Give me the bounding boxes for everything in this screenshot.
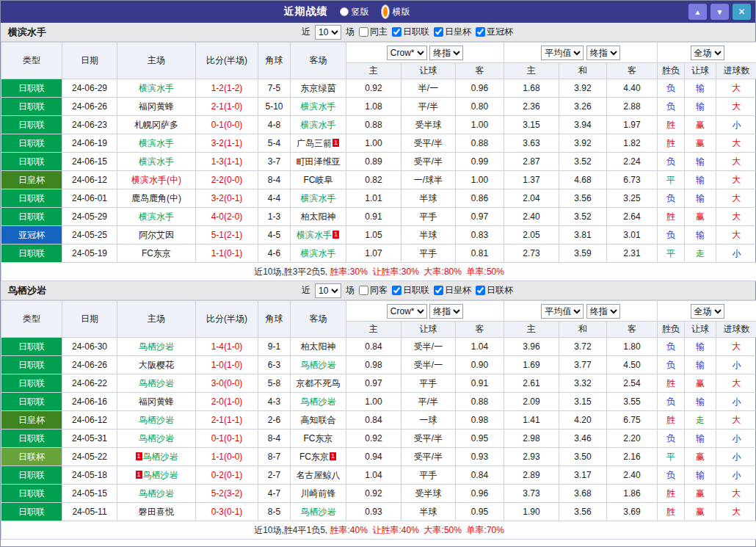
team-link[interactable]: 横滨水手 — [301, 193, 336, 203]
score-cell[interactable]: 3-0(0-0) — [196, 374, 258, 393]
league-filter-checkbox[interactable] — [392, 27, 401, 37]
team-link[interactable]: 东京绿茵 — [301, 83, 336, 93]
score-cell[interactable]: 0-1(0-0) — [196, 116, 258, 134]
europe-stage-select[interactable]: 终指 — [586, 304, 620, 319]
team-link[interactable]: 福冈黄蜂 — [139, 101, 174, 112]
odds-stage-select[interactable]: 终指 — [429, 46, 463, 60]
europe-stage-select[interactable]: 终指 — [586, 46, 620, 60]
scope-select[interactable]: 全场 — [691, 46, 724, 60]
team-link[interactable]: 鸟栖沙岩 — [139, 378, 174, 388]
odds-company-select[interactable]: Crow* — [387, 46, 427, 60]
odds-company-select[interactable]: Crow* — [387, 304, 427, 319]
score-cell[interactable]: 5-2(3-2) — [196, 485, 258, 503]
result-cell: 负 — [658, 226, 685, 244]
score-cell[interactable]: 2-1(1-0) — [196, 98, 258, 116]
scroll-up-button[interactable]: ▲ — [688, 4, 707, 20]
team-link[interactable]: 横滨水手(中) — [131, 175, 181, 185]
team-link[interactable]: FC东京 — [304, 433, 333, 443]
team-link[interactable]: 鸟栖沙岩 — [139, 433, 174, 443]
league-filter-checkbox[interactable] — [476, 27, 485, 37]
score-cell[interactable]: 1-3(1-1) — [196, 153, 258, 171]
league-filter-日联杯[interactable]: 日联杯 — [476, 284, 513, 297]
team-link[interactable]: 京都不死鸟 — [297, 378, 341, 388]
score-cell[interactable]: 1-1(0-1) — [196, 244, 258, 263]
team-link[interactable]: 磐田喜悦 — [139, 507, 174, 517]
score-cell[interactable]: 3-2(1-1) — [196, 134, 258, 153]
avg-draw-cell: 3.26 — [559, 98, 607, 116]
team-link[interactable]: 名古屋鲸八 — [297, 470, 341, 480]
score-cell[interactable]: 2-2(0-0) — [196, 171, 258, 189]
team-link[interactable]: 川崎前锋 — [301, 488, 336, 499]
odds-stage-select[interactable]: 终指 — [429, 304, 463, 319]
match-count-select[interactable]: 10 — [315, 25, 341, 40]
team-link[interactable]: 横滨水手 — [301, 101, 336, 112]
match-count-select[interactable]: 10 — [315, 283, 341, 298]
team-link[interactable]: FC东京 — [142, 248, 171, 258]
score-cell[interactable]: 4-0(2-0) — [196, 208, 258, 226]
score-cell[interactable]: 1-1(0-0) — [196, 448, 258, 466]
score-cell[interactable]: 3-2(0-1) — [196, 189, 258, 208]
league-filter-亚冠杯[interactable]: 亚冠杯 — [476, 26, 513, 38]
league-filter-checkbox[interactable] — [434, 286, 443, 295]
team-link[interactable]: FC岐阜 — [304, 175, 333, 185]
team-link[interactable]: 鸟栖沙岩 — [301, 507, 336, 517]
same-venue-filter[interactable]: 同客 — [359, 284, 388, 297]
odds-home-cell: 0.82 — [346, 171, 401, 189]
scope-select[interactable]: 全场 — [691, 304, 724, 319]
team-link[interactable]: 横滨水手 — [301, 120, 336, 130]
score-cell[interactable]: 2-1(1-1) — [196, 411, 258, 430]
league-filter-日皇杯[interactable]: 日皇杯 — [434, 26, 471, 38]
close-button[interactable]: ✕ — [733, 4, 751, 20]
team-link[interactable]: 鸟栖沙岩 — [139, 341, 174, 352]
league-filter-checkbox[interactable] — [392, 286, 401, 295]
team-link[interactable]: 札幌冈萨多 — [134, 120, 178, 130]
score-cell[interactable]: 1-2(1-2) — [196, 79, 258, 98]
team-link[interactable]: 鸟栖沙岩 — [143, 452, 178, 462]
league-filter-日职联[interactable]: 日职联 — [392, 26, 429, 38]
team-link[interactable]: 大阪樱花 — [139, 360, 174, 370]
league-filter-checkbox[interactable] — [476, 286, 485, 295]
team-link[interactable]: 町田泽维亚 — [297, 156, 341, 167]
score-cell[interactable]: 0-3(0-1) — [196, 503, 258, 521]
league-filter-checkbox[interactable] — [434, 27, 443, 37]
team-link[interactable]: FC东京 — [299, 452, 329, 462]
team-link[interactable]: 横滨水手 — [139, 156, 174, 167]
team-link[interactable]: 广岛三箭 — [297, 138, 332, 148]
score-cell[interactable]: 1-4(1-0) — [196, 338, 258, 356]
team-link[interactable]: 横滨水手 — [297, 230, 332, 240]
score-cell[interactable]: 0-1(0-1) — [196, 430, 258, 448]
europe-odds-select[interactable]: 平均值 — [541, 304, 584, 319]
europe-odds-header: 平均值 终指 — [504, 301, 658, 322]
team-link[interactable]: 横滨水手 — [139, 83, 174, 93]
away-team-cell: 町田泽维亚 — [291, 153, 346, 171]
team-link[interactable]: 福冈黄蜂 — [139, 396, 174, 407]
same-venue-checkbox[interactable] — [359, 286, 368, 295]
europe-odds-select[interactable]: 平均值 — [541, 46, 584, 60]
layout-radio-vertical[interactable]: 竖版 — [340, 6, 369, 18]
handicap-cell: 受半/一 — [401, 356, 456, 374]
team-link[interactable]: 鸟栖沙岩 — [301, 360, 336, 370]
same-venue-checkbox[interactable] — [359, 27, 368, 37]
team-link[interactable]: 鸟栖沙岩 — [139, 488, 174, 499]
team-link[interactable]: 柏太阳神 — [301, 211, 336, 222]
team-link[interactable]: 高知联合 — [301, 415, 336, 425]
team-link[interactable]: 横滨水手 — [301, 248, 336, 258]
same-venue-filter[interactable]: 同主 — [359, 26, 388, 38]
away-team-cell: 横滨水手 — [291, 116, 346, 134]
team-link[interactable]: 鸟栖沙岩 — [139, 415, 174, 425]
score-cell[interactable]: 5-1(2-1) — [196, 226, 258, 244]
league-filter-日皇杯[interactable]: 日皇杯 — [434, 284, 471, 297]
team-link[interactable]: 阿尔艾因 — [139, 230, 174, 240]
league-filter-日职联[interactable]: 日职联 — [392, 284, 429, 297]
scroll-down-button[interactable]: ▼ — [710, 4, 729, 20]
team-link[interactable]: 横滨水手 — [139, 138, 174, 148]
team-link[interactable]: 鸟栖沙岩 — [301, 396, 336, 407]
score-cell[interactable]: 0-2(0-1) — [196, 466, 258, 485]
score-cell[interactable]: 1-0(1-0) — [196, 356, 258, 374]
score-cell[interactable]: 2-0(1-0) — [196, 393, 258, 411]
team-link[interactable]: 横滨水手 — [139, 211, 174, 222]
team-link[interactable]: 柏太阳神 — [301, 341, 336, 352]
team-link[interactable]: 鹿岛鹿角(中) — [131, 193, 181, 203]
layout-radio-horizontal[interactable]: 横版 — [381, 4, 410, 19]
team-link[interactable]: 鸟栖沙岩 — [143, 470, 178, 480]
